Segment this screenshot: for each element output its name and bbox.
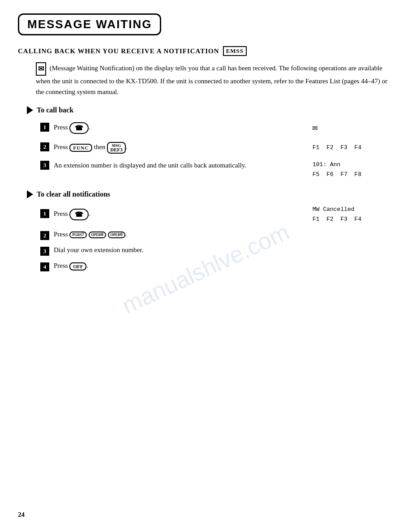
- sub-heading-clear-text: To clear all notifications: [37, 190, 110, 198]
- clear-step-num-2: 2: [40, 231, 49, 240]
- step-3-call-back: 3 An extension number is displayed and t…: [40, 160, 393, 180]
- step-2-clear: 2 Press PGRS 7 OPER 0 OPER 0 .: [40, 231, 393, 240]
- page-title: Message Waiting: [27, 17, 152, 31]
- sub-section-call-back: To call back 1 Press ☎ . ✉ 2: [27, 106, 393, 180]
- steps-call-back: 1 Press ☎ . ✉ 2 Press FUNC then: [40, 120, 393, 180]
- section-heading-text: Calling back when you receive a notifica…: [18, 47, 219, 55]
- title-box: Message Waiting: [18, 13, 161, 35]
- section-heading: Calling back when you receive a notifica…: [18, 46, 393, 56]
- clear-step-num-3: 3: [40, 247, 49, 256]
- step-3-clear: 3 Dial your own extension number.: [40, 246, 393, 256]
- def3-button[interactable]: MSG DEF3: [107, 142, 126, 154]
- step-num-2: 2: [40, 142, 49, 151]
- steps-clear: 1 Press ☎ . MW CancelledF1 F2 F3 F4 2 Pr…: [40, 205, 393, 271]
- oper0-button-2[interactable]: OPER 0: [108, 232, 125, 238]
- envelope-display-1: ✉: [313, 123, 318, 133]
- phone-icon-1: ☎: [75, 124, 83, 132]
- sub-heading-call-back-text: To call back: [37, 106, 73, 114]
- clear-step-2-text: Press PGRS 7 OPER 0 OPER 0 .: [54, 231, 308, 238]
- sub-section-clear: To clear all notifications 1 Press ☎ . M…: [27, 190, 393, 271]
- phone-icon-2: ☎: [75, 210, 83, 219]
- clear-step-num-1: 1: [40, 209, 49, 218]
- step-1-display: ✉: [313, 120, 393, 136]
- sub-heading-call-back: To call back: [27, 106, 393, 114]
- func-button[interactable]: FUNC: [69, 144, 92, 152]
- step-1-call-back: 1 Press ☎ . ✉: [40, 120, 393, 136]
- phone-button-2[interactable]: ☎: [69, 209, 89, 220]
- step-2-call-back: 2 Press FUNC then MSG DEF3 . F1 F2 F3 F4: [40, 142, 393, 154]
- clear-step-3-text: Dial your own extension number.: [54, 246, 308, 254]
- step-4-clear: 4 Press OFF.: [40, 262, 393, 271]
- clear-step-4-text: Press OFF.: [54, 262, 308, 270]
- step-num-1: 1: [40, 123, 49, 132]
- step-2-text: Press FUNC then MSG DEF3 .: [54, 142, 308, 154]
- step-3-text: An extension number is displayed and the…: [54, 160, 308, 171]
- clear-step-1-text: Press ☎ .: [54, 209, 308, 220]
- off-button[interactable]: OFF: [69, 262, 86, 270]
- step-2-display: F1 F2 F3 F4: [313, 143, 393, 153]
- step-3-display: 101: AnnF5 F6 F7 F8: [313, 160, 393, 180]
- arrow-icon-1: [27, 106, 33, 114]
- clear-step-num-4: 4: [40, 262, 49, 271]
- envelope-icon: ✉: [36, 62, 46, 76]
- step-num-3: 3: [40, 161, 49, 170]
- step-1-clear: 1 Press ☎ . MW CancelledF1 F2 F3 F4: [40, 205, 393, 224]
- emss-badge: EMSS: [223, 46, 247, 56]
- intro-paragraph: ✉ (Message Waiting Notification) on the …: [36, 62, 393, 97]
- arrow-icon-2: [27, 190, 33, 198]
- sub-heading-clear: To clear all notifications: [27, 190, 393, 198]
- step-1-text: Press ☎ .: [54, 122, 308, 134]
- clear-step-1-display: MW CancelledF1 F2 F3 F4: [313, 205, 393, 224]
- phone-button-1[interactable]: ☎: [69, 122, 89, 134]
- pgrs7-button[interactable]: PGRS 7: [69, 232, 86, 238]
- page-number: 24: [18, 511, 25, 519]
- intro-text: (Message Waiting Notification) on the di…: [36, 64, 387, 95]
- oper0-button-1[interactable]: OPER 0: [89, 232, 106, 238]
